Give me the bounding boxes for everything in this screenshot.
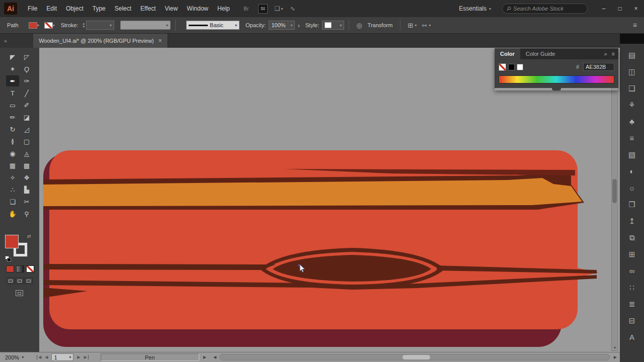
- workspace-switcher[interactable]: Essentials ▾: [459, 5, 491, 12]
- menu-window[interactable]: Window: [182, 0, 213, 17]
- bridge-icon[interactable]: Br: [242, 4, 251, 14]
- stroke-weight-dropdown[interactable]: ▾: [86, 21, 114, 30]
- dock-header[interactable]: [620, 34, 644, 44]
- align-options-icon[interactable]: ⊞▾: [408, 22, 417, 29]
- direct-selection-tool[interactable]: ◸: [20, 51, 33, 62]
- black-swatch[interactable]: [508, 64, 515, 70]
- mesh-tool[interactable]: ▦: [6, 160, 19, 171]
- menu-object[interactable]: Object: [61, 0, 88, 17]
- none-button[interactable]: [26, 265, 34, 273]
- width-profile-dropdown[interactable]: ▾: [120, 21, 171, 30]
- document-setup-icon[interactable]: ◎: [356, 22, 362, 29]
- scroll-left-icon[interactable]: ◀: [213, 355, 216, 359]
- vertical-scrollbar[interactable]: ▾: [611, 49, 618, 351]
- brushes-panel-icon[interactable]: ⚘: [620, 97, 644, 113]
- white-swatch[interactable]: [517, 64, 523, 70]
- none-swatch[interactable]: [499, 63, 506, 71]
- zoom-tool[interactable]: ⚲: [20, 208, 33, 219]
- eraser-tool[interactable]: ◪: [20, 112, 33, 123]
- scroll-right-icon[interactable]: ▶: [614, 355, 617, 359]
- eyedropper-tool[interactable]: ✧: [6, 172, 19, 183]
- shape-builder-tool[interactable]: ◉: [6, 148, 19, 159]
- fill-color-swatch[interactable]: [29, 22, 37, 29]
- scale-tool[interactable]: ◿: [20, 124, 33, 135]
- horizontal-scrollbar-thumb[interactable]: [403, 355, 430, 359]
- tab-color[interactable]: Color: [495, 48, 520, 59]
- export-panel-icon[interactable]: ↥: [620, 213, 644, 229]
- blend-tool[interactable]: ❖: [20, 172, 33, 183]
- zoom-dropdown[interactable]: 200% ▾: [5, 354, 24, 360]
- brush-definition-dropdown[interactable]: Basic ▾: [186, 21, 239, 30]
- hand-tool[interactable]: ✋: [6, 208, 19, 219]
- canvas[interactable]: ✳ ▾: [39, 48, 620, 352]
- curvature-tool[interactable]: ✑: [20, 75, 33, 86]
- close-tab-icon[interactable]: ×: [158, 37, 162, 44]
- fill-proxy-swatch[interactable]: [5, 235, 19, 248]
- first-artboard-icon[interactable]: ◀: [37, 355, 41, 359]
- magic-wand-tool[interactable]: ✶: [6, 63, 19, 74]
- stroke-panel-icon[interactable]: ≡: [620, 130, 644, 146]
- menu-file[interactable]: File: [23, 0, 42, 17]
- lasso-tool[interactable]: Ϙ: [20, 63, 33, 74]
- pencil-tool[interactable]: ✏: [6, 112, 19, 123]
- wooden-plank-artwork[interactable]: [39, 48, 620, 352]
- libraries-panel-icon[interactable]: ▤: [620, 47, 644, 63]
- draw-behind-button[interactable]: [16, 278, 24, 284]
- column-graph-tool[interactable]: ▙: [20, 184, 33, 195]
- slice-tool[interactable]: ✂: [20, 196, 33, 207]
- color-spectrum-bar[interactable]: [499, 75, 614, 83]
- stock-search-input[interactable]: [513, 6, 576, 12]
- menu-help[interactable]: Help: [213, 0, 234, 17]
- menu-type[interactable]: Type: [88, 0, 110, 17]
- restore-button[interactable]: □: [612, 0, 628, 17]
- align-panel-icon[interactable]: ≣: [620, 296, 644, 312]
- collapse-panel-icon[interactable]: «: [4, 38, 7, 44]
- minimize-button[interactable]: –: [596, 0, 612, 17]
- previous-artboard-icon[interactable]: ◀: [45, 355, 48, 359]
- stroke-dropdown-icon[interactable]: ▾: [53, 23, 55, 28]
- collapse-panel-icon[interactable]: »: [604, 51, 607, 57]
- screen-mode-button[interactable]: [16, 290, 23, 296]
- default-fill-stroke-icon[interactable]: [5, 256, 11, 262]
- info-panel-icon[interactable]: ◫: [620, 63, 644, 80]
- scroll-down-icon[interactable]: ▾: [612, 345, 617, 350]
- paintbrush-tool[interactable]: ✐: [20, 100, 33, 111]
- graphic-styles-panel-icon[interactable]: ❒: [620, 196, 644, 213]
- menu-select[interactable]: Select: [110, 0, 136, 17]
- rotate-tool[interactable]: ↻: [6, 124, 19, 135]
- adobe-stock-icon[interactable]: St: [258, 4, 268, 14]
- character-panel-icon[interactable]: A: [620, 329, 644, 345]
- distribute-options-icon[interactable]: ⇿▾: [422, 22, 431, 29]
- document-tab[interactable]: Wooden_UI4.ai* @ 200% (RGB/GPU Preview) …: [33, 34, 168, 48]
- menu-effect[interactable]: Effect: [136, 0, 160, 17]
- pen-tool[interactable]: ✒: [6, 75, 19, 86]
- artboard-number-dropdown[interactable]: 1 ▾: [51, 353, 73, 361]
- color-button[interactable]: [6, 265, 14, 273]
- left-streak-shape[interactable]: [43, 264, 276, 270]
- symbol-sprayer-tool[interactable]: ∴: [6, 184, 19, 195]
- type-tool[interactable]: T: [6, 87, 19, 99]
- transform-label[interactable]: Transform: [368, 22, 393, 28]
- last-artboard-icon[interactable]: ▶: [84, 355, 89, 359]
- close-button[interactable]: ×: [628, 0, 644, 17]
- transform-panel-icon[interactable]: ∷: [620, 279, 644, 296]
- panel-resize-grip[interactable]: [552, 88, 561, 90]
- layers-panel-icon[interactable]: ⧉: [620, 229, 644, 246]
- vertical-scrollbar-thumb[interactable]: [612, 179, 617, 203]
- swap-fill-stroke-icon[interactable]: ⇄: [27, 234, 31, 239]
- panel-menu-icon[interactable]: ≡: [612, 51, 615, 57]
- sync-panel-icon[interactable]: ∞: [620, 262, 644, 279]
- tab-color-guide[interactable]: Color Guide: [520, 48, 561, 59]
- stroke-weight-stepper[interactable]: ▴▾: [83, 22, 85, 28]
- artboards-panel-icon[interactable]: ⊞: [620, 246, 644, 262]
- arrange-documents-icon[interactable]: ❏▾: [275, 5, 283, 12]
- draw-normal-button[interactable]: [7, 278, 15, 284]
- transparency-panel-icon[interactable]: ◐: [620, 163, 644, 179]
- control-panel-menu-icon[interactable]: ≡: [633, 21, 637, 29]
- symbols-panel-icon[interactable]: ♣: [620, 113, 644, 130]
- selection-tool[interactable]: ◤: [6, 51, 19, 62]
- line-segment-tool[interactable]: ╱: [20, 87, 33, 99]
- hex-input[interactable]: [583, 63, 614, 71]
- opacity-dropdown[interactable]: 100% ▾: [269, 21, 295, 30]
- gpu-performance-icon[interactable]: ∿: [290, 5, 295, 12]
